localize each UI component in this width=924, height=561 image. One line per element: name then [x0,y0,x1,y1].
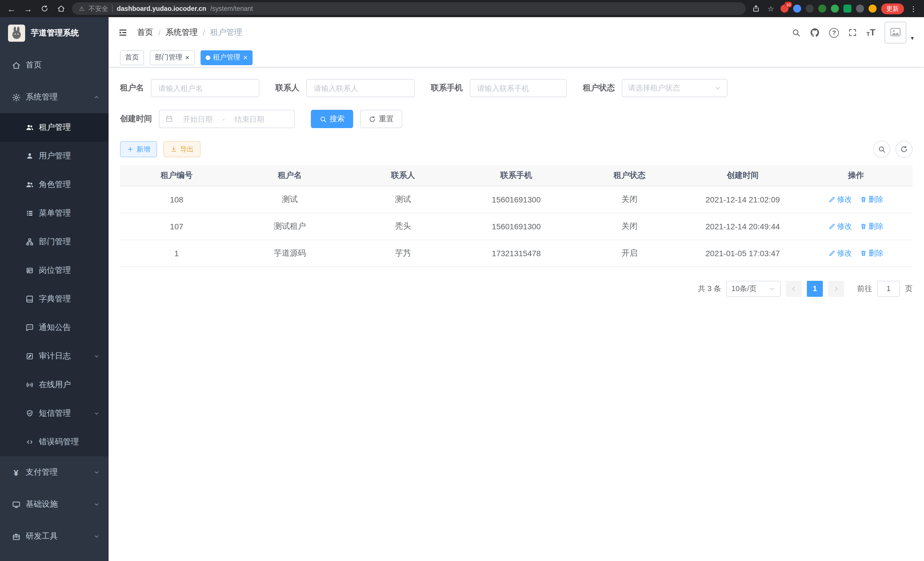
edit-link[interactable]: 修改 [829,194,852,205]
sidebar-item-online-user[interactable]: 在线用户 [0,371,109,399]
reset-button[interactable]: 重置 [360,110,402,128]
sidebar-item-devtools[interactable]: 研发工具 [0,520,109,552]
system-submenu: 租户管理 用户管理 角色管理 菜单管理 [0,113,109,456]
breadcrumb-system[interactable]: 系统管理 [166,27,198,38]
browser-home-icon[interactable] [56,3,67,14]
sidebar-item-sms[interactable]: 短信管理 [0,399,109,428]
sidebar-item-menu[interactable]: 菜单管理 [0,199,109,228]
close-icon[interactable]: × [243,54,248,61]
edit-link[interactable]: 修改 [829,221,852,231]
extension-icon-8[interactable] [868,5,877,13]
sidebar-item-error-code[interactable]: 错误码管理 [0,428,109,456]
sidebar-item-role[interactable]: 角色管理 [0,170,109,199]
app-title: 芋道管理系统 [31,28,79,38]
sidebar-item-notice[interactable]: 通知公告 [0,313,109,342]
extension-icon-5[interactable] [831,5,839,13]
current-page-button[interactable]: 1 [807,281,823,296]
tab-tenant[interactable]: 租户管理 × [200,50,253,65]
roles-icon [25,181,34,189]
font-size-icon[interactable]: TT [866,28,875,37]
security-label: 不安全 [88,4,108,13]
column-header: 联系手机 [460,165,573,186]
url-bar[interactable]: ⚠ 不安全 dashboard.yudao.iocoder.cn /system… [72,2,746,15]
sidebar-item-home[interactable]: 首页 [0,49,109,81]
phone-input[interactable] [470,79,567,97]
reload-icon[interactable] [39,3,50,14]
bookmark-star-icon[interactable]: ☆ [766,3,776,14]
extension-icon-3[interactable] [806,5,814,13]
delete-link[interactable]: 删除 [860,221,884,231]
sidebar-item-dict[interactable]: 字典管理 [0,285,109,313]
search-button[interactable]: 搜索 [311,110,353,128]
tenant-page: 租户名 联系人 联系手机 租户状态 请选择租户状态 [109,68,924,561]
help-icon[interactable]: ? [829,28,839,38]
toolbar-right [873,141,913,158]
back-icon[interactable]: ← [6,3,17,14]
prev-page-button[interactable] [786,281,802,296]
date-range-picker[interactable]: - [159,110,295,128]
end-date-input[interactable] [227,115,272,123]
browser-menu-icon[interactable]: ⋮ [909,4,918,13]
sidebar-item-pay[interactable]: ¥ 支付管理 [0,456,109,488]
tenant-status-select[interactable]: 请选择租户状态 [622,79,728,97]
avatar-caret-icon[interactable]: ▾ [911,35,914,41]
gear-icon [11,93,21,102]
topbar-actions: ? TT ▾ [791,22,914,44]
create-time-label: 创建时间 [120,114,152,124]
next-page-button[interactable] [828,281,844,296]
contact-input[interactable] [306,79,415,97]
breadcrumb-home[interactable]: 首页 [137,27,153,38]
sidebar-item-infra[interactable]: 基础设施 [0,488,109,520]
tab-label: 首页 [125,53,139,62]
tenant-name-input[interactable] [151,79,260,97]
sidebar-item-system[interactable]: 系统管理 [0,81,109,113]
refresh-button[interactable] [896,141,913,158]
delete-link[interactable]: 删除 [860,194,884,205]
hamburger-icon[interactable] [118,27,128,38]
table-header-row: 租户编号 租户名 联系人 联系手机 租户状态 创建时间 操作 [120,165,913,186]
update-button[interactable]: 更新 [881,3,904,14]
sidebar-item-audit-log[interactable]: 审计日志 [0,342,109,371]
chevron-down-icon [94,411,99,416]
page-size-select[interactable]: 10条/页 [726,281,781,296]
cell-status: 关闭 [573,213,686,240]
delete-link[interactable]: 删除 [860,248,884,258]
avatar[interactable] [885,22,906,44]
goto-page-input[interactable] [877,281,900,296]
total-count: 共 3 条 [698,283,721,294]
sidebar-item-post[interactable]: 岗位管理 [0,256,109,285]
cell-contact: 秃头 [346,213,460,240]
extension-icon-2[interactable] [793,5,801,13]
share-icon[interactable] [751,3,761,14]
extension-badge: 10 [784,2,792,8]
sidebar: 芋道管理系统 首页 系统管理 租户管理 [0,17,109,561]
sidebar-item-dept[interactable]: 部门管理 [0,228,109,256]
tab-dept[interactable]: 部门管理 × [150,50,195,65]
close-icon[interactable]: × [185,54,189,61]
chevron-down-icon [94,502,99,507]
extension-icon-4[interactable] [818,5,826,13]
column-header: 租户编号 [120,165,233,186]
column-header: 租户名 [233,165,346,186]
add-button[interactable]: 新增 [120,141,157,157]
breadcrumb-current: 租户管理 [210,27,242,38]
extension-icon-7[interactable] [856,5,864,13]
toggle-search-button[interactable] [873,141,890,158]
sidebar-item-user[interactable]: 用户管理 [0,142,109,170]
edit-link[interactable]: 修改 [829,248,852,258]
filter-row-2: 创建时间 - 搜索 重置 [120,110,913,128]
github-icon[interactable] [810,27,820,38]
extension-icon-6[interactable] [843,5,851,13]
tenant-table: 租户编号 租户名 联系人 联系手机 租户状态 创建时间 操作 108 测试 [120,165,913,267]
select-placeholder: 请选择租户状态 [628,83,680,93]
sidebar-item-tenant[interactable]: 租户管理 [0,113,109,142]
extension-icon-1[interactable]: 10 [781,5,789,13]
fullscreen-icon[interactable] [848,28,857,37]
start-date-input[interactable] [176,115,220,123]
export-button[interactable]: 导出 [164,141,201,157]
search-icon[interactable] [791,28,801,37]
forward-icon[interactable]: → [22,3,34,14]
tab-home[interactable]: 首页 [120,50,144,65]
cell-phone: 15601691300 [460,186,573,213]
column-header: 操作 [800,165,913,186]
